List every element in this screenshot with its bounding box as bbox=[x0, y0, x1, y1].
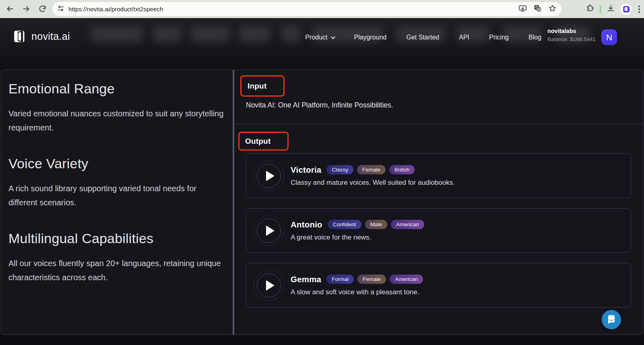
browser-menu-icon[interactable] bbox=[638, 4, 641, 14]
voice-tag: Classy bbox=[326, 165, 353, 174]
voice-tag: Female bbox=[357, 275, 386, 284]
brand[interactable]: novita.ai bbox=[14, 30, 70, 43]
site-navbar: novita.ai Product Playground Get Started… bbox=[0, 18, 644, 57]
voice-tag: American bbox=[391, 220, 424, 229]
voice-card-victoria: Victoria Classy Female British Classy an… bbox=[246, 153, 631, 198]
nav-link-blog[interactable]: Blog bbox=[528, 34, 541, 41]
nav-blur-ghost bbox=[282, 26, 300, 42]
feature-title: Emotional Range bbox=[8, 81, 225, 97]
voice-card-gemma: Gemma Formal Female American A slow and … bbox=[246, 263, 631, 308]
nav-link-product[interactable]: Product bbox=[305, 34, 334, 41]
input-label: Input bbox=[242, 82, 266, 91]
nav-links: Product Playground Get Started API Prici… bbox=[305, 18, 541, 57]
play-button[interactable] bbox=[253, 160, 285, 192]
account-info[interactable]: novitalabs Balance: $166.5441 bbox=[547, 28, 596, 42]
brand-name[interactable]: novita.ai bbox=[31, 31, 70, 42]
voice-card-antonio: Antonio Confident Male American A great … bbox=[246, 208, 631, 253]
play-icon bbox=[266, 280, 275, 291]
nav-blur-ghost bbox=[153, 26, 181, 42]
nav-blur-ghost bbox=[91, 26, 143, 42]
url-bar[interactable]: https://novita.ai/product/txt2speech G文 bbox=[52, 2, 561, 16]
url-text[interactable]: https://novita.ai/product/txt2speech bbox=[68, 6, 518, 12]
play-icon bbox=[266, 225, 275, 236]
feature-title: Voice Variety bbox=[8, 156, 225, 171]
chat-launcher-button[interactable] bbox=[602, 310, 621, 329]
user-avatar[interactable]: N bbox=[601, 29, 617, 45]
voice-list: Victoria Classy Female British Classy an… bbox=[246, 153, 631, 318]
voice-description: Classy and mature voices. Well suited fo… bbox=[291, 179, 455, 187]
browser-toolbar: https://novita.ai/product/txt2speech G文 bbox=[0, 0, 644, 18]
output-annotation-box: Output bbox=[238, 132, 289, 151]
input-text: Novita AI: One AI Platform, Infinite Pos… bbox=[246, 101, 393, 109]
voice-tag: British bbox=[389, 165, 415, 174]
feature-description: A rich sound library supporting varied t… bbox=[8, 182, 225, 210]
voice-name: Victoria bbox=[291, 165, 321, 175]
install-icon[interactable] bbox=[518, 4, 527, 14]
nav-link-pricing[interactable]: Pricing bbox=[489, 34, 509, 41]
play-icon bbox=[266, 171, 275, 181]
voice-description: A slow and soft voice with a pleasant to… bbox=[291, 288, 423, 296]
voice-description: A great voice for the news. bbox=[291, 233, 424, 242]
extensions-icon[interactable] bbox=[586, 4, 594, 14]
feature-voice-variety: Voice Variety A rich sound library suppo… bbox=[8, 156, 225, 210]
svg-text:文: 文 bbox=[537, 8, 541, 11]
forward-icon[interactable] bbox=[19, 2, 33, 16]
io-column: Input Novita AI: One AI Platform, Infini… bbox=[234, 70, 643, 335]
feature-description: All our voices fluently span 20+ languag… bbox=[8, 256, 225, 285]
nav-link-get-started[interactable]: Get Started bbox=[406, 34, 439, 41]
nav-blur-ghost bbox=[239, 26, 270, 42]
voice-tag: Confident bbox=[328, 220, 361, 229]
nav-blur-ghost bbox=[191, 26, 229, 42]
feature-multilingual: Multilingual Capabilities All our voices… bbox=[8, 231, 225, 285]
nav-link-api[interactable]: API bbox=[459, 34, 469, 41]
features-column: Emotional Range Varied emotional nuances… bbox=[1, 70, 233, 335]
input-annotation-box: Input bbox=[240, 75, 285, 97]
play-button[interactable] bbox=[253, 270, 285, 301]
output-label: Output bbox=[239, 137, 270, 146]
chevron-down-icon bbox=[331, 35, 335, 39]
download-icon[interactable] bbox=[607, 4, 615, 14]
bookmark-star-icon[interactable] bbox=[548, 4, 557, 14]
novita-logo-icon bbox=[14, 30, 26, 43]
voice-name: Antonio bbox=[291, 220, 322, 229]
nav-link-playground[interactable]: Playground bbox=[354, 34, 386, 41]
voice-tag: American bbox=[390, 275, 423, 284]
reload-icon[interactable] bbox=[35, 2, 49, 16]
voice-tag: Formal bbox=[326, 275, 354, 284]
feature-title: Multilingual Capabilities bbox=[8, 231, 225, 246]
profile-avatar-icon[interactable] bbox=[621, 4, 632, 15]
account-name: novitalabs bbox=[547, 28, 596, 34]
main-panel: Emotional Range Varied emotional nuances… bbox=[1, 70, 643, 335]
account-balance: Balance: $166.5441 bbox=[547, 36, 596, 42]
voice-tag: Male bbox=[365, 220, 387, 229]
chat-bubble-icon bbox=[606, 314, 617, 325]
back-icon[interactable] bbox=[3, 2, 17, 16]
feature-emotional-range: Emotional Range Varied emotional nuances… bbox=[8, 81, 225, 135]
extension-indicator bbox=[600, 5, 601, 13]
voice-name: Gemma bbox=[291, 275, 321, 284]
voice-tag: Female bbox=[357, 165, 386, 174]
site-info-icon[interactable] bbox=[57, 5, 64, 14]
play-button[interactable] bbox=[253, 215, 285, 246]
input-section: Input Novita AI: One AI Platform, Infini… bbox=[234, 70, 643, 124]
translate-icon[interactable]: G文 bbox=[533, 4, 542, 14]
feature-description: Varied emotional nuances customized to s… bbox=[8, 107, 225, 135]
page-footer-band bbox=[0, 335, 644, 345]
output-section: Output Victoria Classy Female British bbox=[234, 124, 643, 335]
